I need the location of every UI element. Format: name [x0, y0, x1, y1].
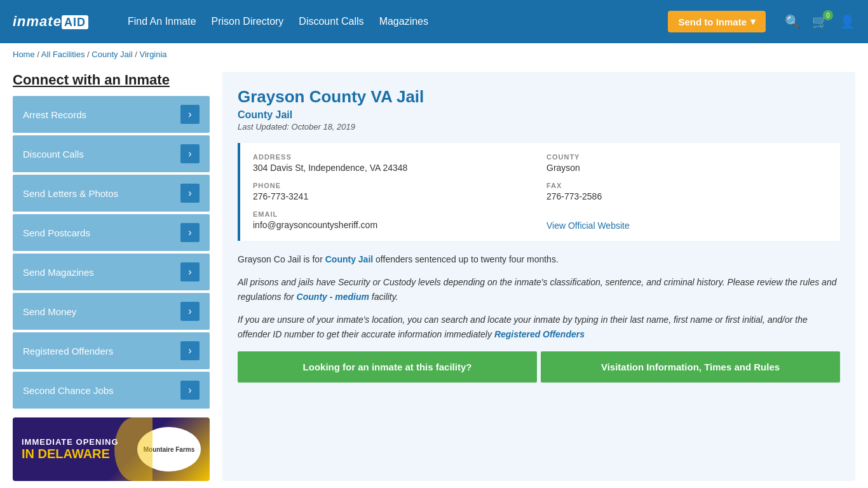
sidebar-item-label: Arrest Records: [23, 109, 86, 120]
sidebar-item-discount-calls[interactable]: Discount Calls ›: [13, 135, 210, 172]
fax-value: 276-773-2586: [546, 191, 827, 201]
send-dropdown-icon: ▾: [750, 16, 756, 27]
ad-text-block: IMMEDIATE OPENING IN DELAWARE: [22, 437, 119, 461]
nav-prison-directory[interactable]: Prison Directory: [204, 11, 292, 32]
logo-text: inmateAID: [13, 13, 88, 30]
view-official-website-link[interactable]: View Official Website: [546, 220, 630, 231]
breadcrumb-home[interactable]: Home: [13, 50, 35, 59]
phone-field: PHONE 276-773-3241: [253, 182, 534, 201]
looking-for-inmate-button[interactable]: Looking for an inmate at this facility?: [238, 351, 537, 383]
sidebar-item-registered-offenders[interactable]: Registered Offenders ›: [13, 332, 210, 369]
ad-delaware-text: IN DELAWARE: [22, 447, 119, 461]
header: inmateAID Find An Inmate Prison Director…: [0, 0, 868, 43]
sidebar-item-label: Second Chance Jobs: [23, 385, 114, 396]
sidebar-arrow-icon: ›: [180, 302, 200, 321]
description-1: Grayson Co Jail is for County Jail offen…: [238, 252, 840, 266]
logo-aid: AID: [62, 15, 88, 29]
sidebar-item-send-letters[interactable]: Send Letters & Photos ›: [13, 175, 210, 212]
sidebar-item-arrest-records[interactable]: Arrest Records ›: [13, 96, 210, 133]
visitation-info-button[interactable]: Visitation Information, Times and Rules: [541, 351, 840, 383]
registered-offenders-link[interactable]: Registered Offenders: [494, 329, 585, 339]
sidebar-arrow-icon: ›: [180, 262, 200, 281]
facility-type: County Jail: [238, 109, 840, 121]
email-field: EMAIL info@graysoncountysheriff.com: [253, 210, 534, 231]
description-3: If you are unsure of your inmate's locat…: [238, 313, 840, 341]
nav-find-inmate[interactable]: Find An Inmate: [120, 11, 204, 32]
sidebar-item-label: Send Postcards: [23, 227, 90, 238]
sidebar-item-label: Send Money: [23, 306, 76, 317]
logo[interactable]: inmateAID: [13, 13, 88, 30]
address-value: 304 Davis St, Independence, VA 24348: [253, 163, 534, 173]
sidebar-item-label: Discount Calls: [23, 149, 84, 159]
nav-magazines[interactable]: Magazines: [372, 11, 436, 32]
sidebar-arrow-icon: ›: [180, 223, 200, 242]
content-area: Grayson County VA Jail County Jail Last …: [222, 72, 855, 481]
search-icon[interactable]: 🔍: [785, 14, 801, 29]
sidebar-menu: Arrest Records › Discount Calls › Send L…: [13, 96, 210, 409]
fax-label: FAX: [546, 182, 827, 189]
email-label: EMAIL: [253, 210, 534, 218]
nav-discount-calls[interactable]: Discount Calls: [291, 11, 371, 32]
sidebar-item-send-magazines[interactable]: Send Magazines ›: [13, 254, 210, 290]
sidebar-arrow-icon: ›: [180, 105, 200, 124]
send-to-inmate-button[interactable]: Send to Inmate ▾: [668, 11, 766, 32]
ad-immediate-text: IMMEDIATE OPENING: [22, 437, 119, 447]
sidebar-arrow-icon: ›: [180, 184, 200, 203]
address-label: ADDRESS: [253, 153, 534, 161]
sidebar-item-label: Send Magazines: [23, 267, 94, 278]
ad-curve-decoration: [114, 417, 153, 481]
sidebar-arrow-icon: ›: [180, 341, 200, 360]
sidebar-arrow-icon: ›: [180, 144, 200, 163]
county-field: COUNTY Grayson: [546, 153, 827, 173]
breadcrumb-state[interactable]: Virginia: [139, 50, 166, 59]
county-label: COUNTY: [546, 153, 827, 161]
sidebar-item-send-postcards[interactable]: Send Postcards ›: [13, 214, 210, 251]
fax-field: FAX 276-773-2586: [546, 182, 827, 201]
county-value: Grayson: [546, 163, 827, 173]
website-field: View Official Website: [546, 210, 827, 231]
breadcrumb-all-facilities[interactable]: All Facilities: [41, 50, 85, 59]
facility-title: Grayson County VA Jail: [238, 87, 840, 107]
main-nav: Find An Inmate Prison Directory Discount…: [120, 11, 436, 32]
county-jail-link-1[interactable]: County Jail: [325, 254, 373, 264]
address-field: ADDRESS 304 Davis St, Independence, VA 2…: [253, 153, 534, 173]
sidebar-item-send-money[interactable]: Send Money ›: [13, 293, 210, 330]
main-layout: Connect with an Inmate Arrest Records › …: [0, 65, 868, 487]
sidebar-item-label: Registered Offenders: [23, 346, 113, 356]
user-icon[interactable]: 👤: [839, 14, 855, 29]
header-icons: 🔍 🛒 0 👤: [785, 14, 855, 29]
bottom-buttons: Looking for an inmate at this facility? …: [238, 351, 840, 383]
cart-icon[interactable]: 🛒 0: [812, 14, 828, 29]
ad-banner[interactable]: IMMEDIATE OPENING IN DELAWARE Mountaire …: [13, 417, 210, 481]
breadcrumb-county-jail[interactable]: County Jail: [92, 50, 132, 59]
sidebar-item-label: Send Letters & Photos: [23, 188, 118, 199]
phone-value: 276-773-3241: [253, 191, 534, 201]
breadcrumb: Home / All Facilities / County Jail / Vi…: [0, 43, 868, 65]
sidebar-item-second-chance-jobs[interactable]: Second Chance Jobs ›: [13, 372, 210, 409]
cart-badge: 0: [823, 10, 833, 20]
description-2: All prisons and jails have Security or C…: [238, 275, 840, 304]
sidebar: Connect with an Inmate Arrest Records › …: [13, 72, 210, 481]
sidebar-title: Connect with an Inmate: [13, 72, 210, 88]
sidebar-arrow-icon: ›: [180, 381, 200, 400]
facility-info-box: ADDRESS 304 Davis St, Independence, VA 2…: [238, 143, 840, 241]
send-to-inmate-label: Send to Inmate: [678, 17, 747, 27]
county-medium-link[interactable]: County - medium: [297, 292, 369, 302]
facility-last-updated: Last Updated: October 18, 2019: [238, 122, 840, 132]
email-value: info@graysoncountysheriff.com: [253, 220, 534, 230]
phone-label: PHONE: [253, 182, 534, 189]
